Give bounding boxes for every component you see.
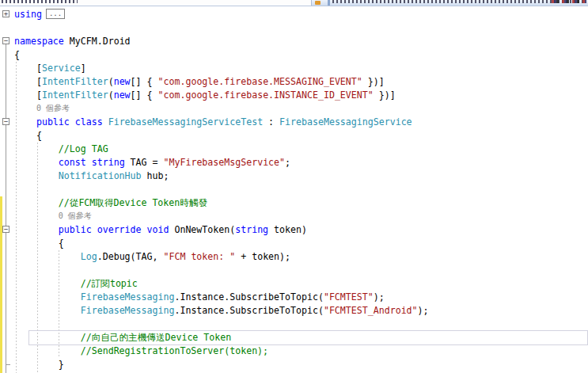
code-line[interactable] [0, 318, 588, 331]
method-icon [315, 1, 321, 5]
code-line-text: } [14, 358, 588, 371]
code-token: 0 個參考 [36, 104, 70, 112]
code-token [14, 170, 59, 181]
code-line-text: //向自己的主機傳送Device Token [14, 331, 588, 344]
code-line-text: namespace MyCFM.Droid [14, 35, 588, 48]
fold-margin [0, 344, 14, 358]
code-line[interactable]: { [0, 237, 588, 250]
code-line-text: FirebaseMessaging.Instance.SubscribeToTo… [14, 291, 588, 304]
code-token: NotificationHub [59, 170, 142, 181]
code-line[interactable]: − public class FirebaseMessagingServiceT… [0, 116, 588, 129]
fold-margin [0, 62, 14, 75]
fold-margin [0, 129, 14, 143]
code-line[interactable]: +using... [0, 8, 588, 21]
code-line[interactable]: { [0, 48, 588, 62]
code-token: [ [14, 76, 42, 87]
code-line[interactable]: − public override void OnNewToken(string… [0, 223, 588, 237]
code-token: new [114, 76, 131, 87]
code-token: "FCMTEST_Android" [324, 305, 418, 316]
fold-margin [0, 291, 14, 304]
fold-collapse-icon[interactable]: − [2, 226, 9, 233]
code-line-text: { [14, 48, 588, 62]
code-line-text: //Log TAG [14, 143, 588, 156]
code-token: Service [42, 63, 81, 74]
code-line[interactable]: //向自己的主機傳送Device Token [0, 331, 588, 344]
collapsed-region-box[interactable]: ... [46, 9, 65, 19]
code-token: })] [362, 76, 385, 87]
code-token: TAG = [125, 157, 164, 168]
project-dropdown-clipped[interactable] [2, 0, 78, 3]
codelens-references[interactable]: 0 個參考 [0, 102, 588, 116]
fold-collapse-icon[interactable]: − [2, 118, 9, 125]
code-line[interactable]: //Log TAG [0, 143, 588, 156]
code-token: string [92, 157, 125, 168]
fold-margin [0, 331, 14, 344]
code-token: ( [108, 76, 114, 87]
code-line[interactable]: −namespace MyCFM.Droid [0, 35, 588, 48]
code-editor: +using...−namespace MyCFM.Droid{ [Servic… [0, 0, 588, 373]
code-token: public class [36, 116, 103, 128]
code-line[interactable] [0, 21, 588, 35]
fold-margin [0, 304, 14, 318]
code-line-text: using... [14, 8, 588, 21]
code-line-text: NotificationHub hub; [14, 169, 588, 183]
code-token: } [14, 359, 64, 370]
toolbar-icons-clipped [552, 0, 586, 3]
code-token [14, 157, 59, 168]
code-line[interactable]: //訂閱topic [0, 277, 588, 291]
fold-margin [0, 89, 14, 102]
code-token: IntentFilter [42, 89, 108, 101]
code-area[interactable]: +using...−namespace MyCFM.Droid{ [Servic… [0, 6, 588, 373]
code-token [14, 305, 81, 316]
code-line[interactable] [0, 183, 588, 196]
member-name-clipped-text [332, 0, 584, 3]
code-token [14, 224, 59, 235]
code-token: namespace [14, 36, 64, 47]
code-token [103, 116, 108, 128]
code-token: //SendRegistrationToServer(token); [14, 345, 268, 356]
code-token: "MyFirebaseMsgService" [164, 157, 286, 168]
code-line[interactable]: [IntentFilter(new[] { "com.google.fireba… [0, 75, 588, 89]
fold-margin [0, 169, 14, 183]
code-line-text: public override void OnNewToken(string t… [14, 223, 588, 237]
code-token: hub; [142, 170, 169, 181]
code-line[interactable]: Log.Debug(TAG, "FCM token: " + token); [0, 250, 588, 264]
code-line[interactable]: [Service] [0, 62, 588, 75]
code-line[interactable]: { [0, 129, 588, 143]
code-line-text: [IntentFilter(new[] { "com.google.fireba… [14, 89, 588, 102]
code-token: IntentFilter [42, 76, 108, 87]
fold-expand-icon[interactable]: + [2, 10, 9, 17]
code-token: [] { [131, 76, 158, 87]
code-line[interactable]: const string TAG = "MyFirebaseMsgService… [0, 156, 588, 169]
fold-margin: − [0, 116, 14, 129]
code-token: public override void [59, 224, 169, 235]
code-line-text: FirebaseMessaging.Instance.SubscribeToTo… [14, 304, 588, 318]
codelens-references[interactable]: 0 個參考 [0, 210, 588, 223]
fold-collapse-icon[interactable]: − [2, 37, 9, 44]
code-token: string [235, 224, 268, 235]
code-token: OnNewToken( [169, 224, 235, 235]
code-line[interactable]: [IntentFilter(new[] { "com.google.fireba… [0, 89, 588, 102]
code-token: + token); [235, 251, 290, 262]
code-line-text: 0 個參考 [14, 210, 588, 223]
code-line[interactable]: //從FCM取得Device Token時觸發 [0, 196, 588, 210]
code-token [86, 157, 92, 168]
fold-margin [0, 318, 14, 331]
fold-margin [0, 210, 14, 223]
code-token: const [59, 157, 86, 168]
fold-margin: − [0, 35, 14, 48]
code-line[interactable]: } [0, 358, 588, 371]
code-line[interactable]: FirebaseMessaging.Instance.SubscribeToTo… [0, 291, 588, 304]
code-token: { [14, 130, 42, 141]
code-line-text: { [14, 129, 588, 143]
code-token: FirebaseMessaging [81, 291, 175, 303]
code-line-text: public class FirebaseMessagingServiceTes… [14, 116, 588, 129]
code-line[interactable]: //SendRegistrationToServer(token); [0, 344, 588, 358]
fold-margin [0, 102, 14, 116]
code-token [14, 116, 36, 128]
code-token [14, 251, 81, 262]
code-line[interactable]: NotificationHub hub; [0, 169, 588, 183]
code-line[interactable]: FirebaseMessaging.Instance.SubscribeToTo… [0, 304, 588, 318]
navigation-bar [0, 0, 588, 6]
code-line[interactable] [0, 264, 588, 277]
